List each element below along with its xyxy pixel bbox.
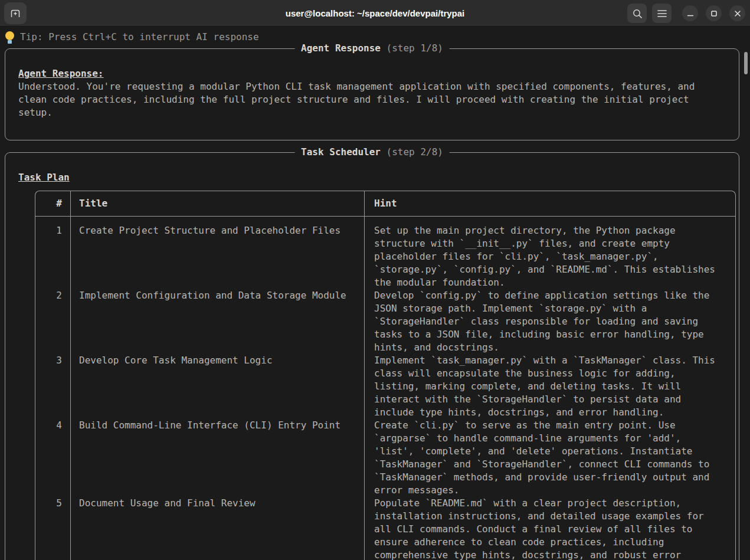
- new-tab-button[interactable]: [4, 2, 27, 24]
- agent-response-panel-title: Agent Response (step 1/8): [294, 42, 450, 55]
- task-title: Document Usage and Final Review: [71, 497, 365, 560]
- window-titlebar: user@localhost: ~/space/dev/devpai/trypa…: [0, 0, 750, 27]
- maximize-icon: [710, 10, 718, 17]
- panel-title-text: Agent Response: [301, 42, 381, 54]
- search-button[interactable]: [627, 4, 647, 23]
- table-row: 5Document Usage and Final ReviewPopulate…: [35, 497, 735, 560]
- task-scheduler-panel: Task Scheduler (step 2/8) Task Plan # Ti…: [5, 152, 739, 560]
- table-row: 2Implement Configuration and Data Storag…: [35, 289, 735, 354]
- table-row: 3Develop Core Task Management LogicImple…: [35, 354, 735, 419]
- task-number: 5: [35, 497, 71, 560]
- column-header-num: #: [35, 191, 71, 216]
- task-hint: Develop `config.py` to define applicatio…: [365, 289, 735, 354]
- task-plan-heading: Task Plan: [18, 171, 739, 184]
- column-header-hint: Hint: [365, 191, 735, 216]
- task-number: 1: [35, 217, 71, 289]
- hamburger-menu-icon: [657, 9, 667, 18]
- search-icon: [632, 8, 643, 19]
- agent-response-heading: Agent Response:: [18, 67, 726, 80]
- task-hint: Set up the main project directory, the P…: [365, 217, 735, 289]
- scrollbar-thumb[interactable]: [744, 52, 748, 74]
- column-header-title: Title: [71, 191, 365, 216]
- new-tab-icon: [9, 8, 21, 19]
- maximize-button[interactable]: [706, 5, 722, 21]
- task-hint: Populate `README.md` with a clear projec…: [365, 497, 735, 560]
- agent-response-panel: Agent Response (step 1/8) Agent Response…: [5, 48, 739, 140]
- table-row: 1Create Project Structure and Placeholde…: [35, 217, 735, 289]
- task-title: Implement Configuration and Data Storage…: [71, 289, 365, 354]
- minimize-icon: [687, 10, 694, 17]
- task-hint: Create `cli.py` to serve as the main ent…: [365, 419, 735, 497]
- minimize-button[interactable]: [682, 5, 698, 21]
- table-row: 4Build Command-Line Interface (CLI) Entr…: [35, 419, 735, 497]
- task-title: Develop Core Task Management Logic: [71, 354, 365, 419]
- panel-title-text: Task Scheduler: [301, 146, 381, 158]
- task-hint: Implement `task_manager.py` with a `Task…: [365, 354, 735, 419]
- lightbulb-icon: [5, 31, 15, 44]
- task-scheduler-panel-title: Task Scheduler (step 2/8): [294, 146, 450, 159]
- task-title: Build Command-Line Interface (CLI) Entry…: [71, 419, 365, 497]
- task-number: 2: [35, 289, 71, 354]
- task-title: Create Project Structure and Placeholder…: [71, 217, 365, 289]
- close-icon: [734, 10, 741, 17]
- tip-text: Tip: Press Ctrl+C to interrupt AI respon…: [20, 31, 259, 44]
- terminal-screen[interactable]: Tip: Press Ctrl+C to interrupt AI respon…: [0, 27, 750, 560]
- task-number: 3: [35, 354, 71, 419]
- task-table-body: 1Create Project Structure and Placeholde…: [35, 217, 735, 560]
- menu-button[interactable]: [652, 4, 672, 23]
- task-plan-table: # Title Hint 1Create Project Structure a…: [35, 191, 736, 560]
- table-header-row: # Title Hint: [35, 191, 735, 217]
- panel-step-text: (step 1/8): [387, 42, 443, 54]
- close-button[interactable]: [729, 5, 745, 21]
- panel-step-text: (step 2/8): [387, 146, 443, 158]
- agent-response-body: Understood. You're requesting a modular …: [18, 80, 726, 119]
- task-number: 4: [35, 419, 71, 497]
